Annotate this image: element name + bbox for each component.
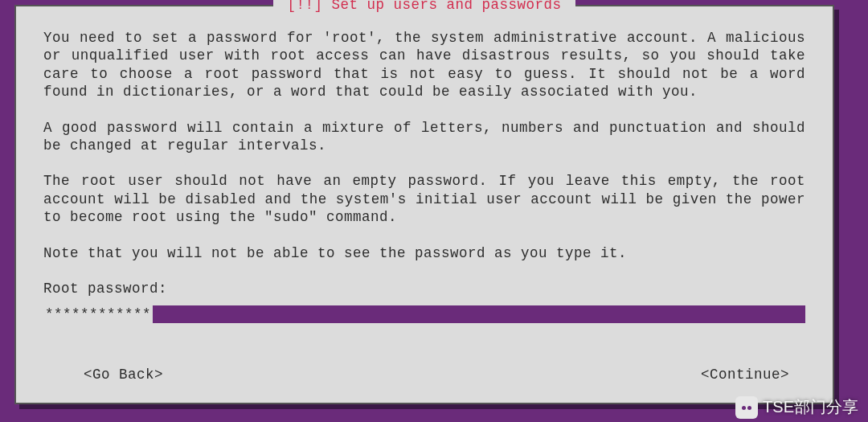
body-paragraph: You need to set a password for 'root', t… bbox=[43, 29, 805, 101]
continue-button[interactable]: <Continue> bbox=[701, 366, 805, 383]
body-paragraph: A good password will contain a mixture o… bbox=[43, 119, 805, 155]
watermark: TSE部门分享 bbox=[735, 396, 858, 419]
password-input[interactable]: ************ bbox=[43, 305, 805, 323]
dialog-buttons: <Go Back> <Continue> bbox=[43, 366, 805, 383]
dialog-title-wrap: [!!] Set up users and passwords bbox=[16, 0, 833, 14]
installer-screen: [!!] Set up users and passwords You need… bbox=[0, 0, 868, 422]
go-back-button[interactable]: <Go Back> bbox=[43, 366, 163, 383]
password-dialog: [!!] Set up users and passwords You need… bbox=[14, 5, 834, 404]
dialog-title: [!!] Set up users and passwords bbox=[273, 0, 575, 14]
password-mask: ************ bbox=[43, 305, 153, 323]
dialog-body: You need to set a password for 'root', t… bbox=[43, 29, 805, 323]
watermark-text: TSE部门分享 bbox=[763, 397, 858, 418]
body-paragraph: The root user should not have an empty p… bbox=[43, 172, 805, 226]
password-prompt: Root password: bbox=[43, 280, 805, 297]
wechat-icon bbox=[735, 396, 758, 419]
body-paragraph: Note that you will not be able to see th… bbox=[43, 244, 805, 262]
